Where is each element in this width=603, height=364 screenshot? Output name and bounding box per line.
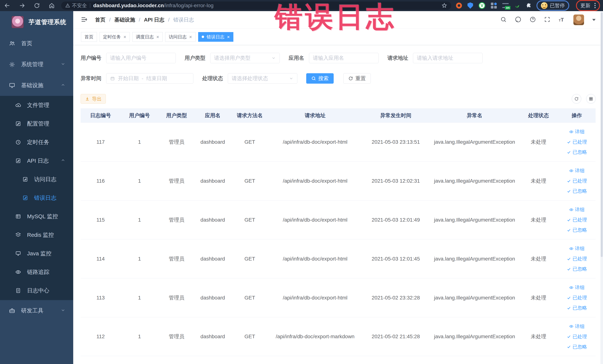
sidebar-item-config[interactable]: 配置管理 — [0, 114, 73, 133]
mark-ignored-link[interactable]: 已忽略 — [567, 344, 587, 350]
process-status-label: 处理状态 — [202, 75, 223, 82]
breadcrumb-infra[interactable]: 基础设施 — [114, 16, 135, 23]
check-icon — [567, 295, 571, 300]
extension-shield-icon[interactable] — [467, 2, 473, 9]
detail-link[interactable]: 详细 — [569, 167, 585, 174]
mark-processed-link[interactable]: 已处理 — [567, 178, 587, 184]
refresh-table-button[interactable] — [572, 94, 581, 104]
user-id-input[interactable] — [106, 53, 176, 63]
process-status-select[interactable]: 请选择处理状态 — [228, 73, 297, 84]
table-row: 117 1 管理员 dashboard GET /api/infra/db-do… — [81, 122, 596, 161]
font-size-icon[interactable]: TT — [558, 16, 565, 23]
mark-ignored-link[interactable]: 已忽略 — [567, 227, 587, 233]
sidebar-item-mysql[interactable]: MySQL 监控 — [0, 207, 73, 226]
tab-schedule-log[interactable]: 调度日志× — [132, 32, 162, 42]
browser-home-icon[interactable] — [48, 2, 55, 9]
mark-ignored-link[interactable]: 已忽略 — [567, 149, 587, 155]
cell-user-type: 管理员 — [159, 255, 195, 262]
extension-on-toggle-icon[interactable]: on — [502, 3, 509, 8]
annotation-red-ellipse — [576, 0, 600, 11]
omnibox-divider — [90, 3, 90, 8]
mark-processed-link[interactable]: 已处理 — [567, 139, 587, 145]
breadcrumb-api-log[interactable]: API 日志 — [144, 16, 164, 23]
sidebar-item-infra[interactable]: 基础设施 — [0, 75, 73, 96]
browser-back-icon[interactable] — [4, 2, 10, 9]
chevron-up-icon — [61, 158, 65, 164]
cell-method: GET — [231, 295, 269, 301]
mark-ignored-link[interactable]: 已忽略 — [567, 188, 587, 194]
detail-link[interactable]: 详细 — [569, 245, 585, 252]
tab-home[interactable]: 首页 — [81, 32, 97, 42]
paused-status-chip[interactable]: 已暂停 — [537, 1, 568, 10]
close-icon[interactable]: × — [123, 35, 126, 39]
sidebar-item-error-log[interactable]: 错误日志 — [0, 188, 73, 207]
breadcrumb-home[interactable]: 首页 — [95, 16, 105, 23]
scrollbar-thumb[interactable] — [601, 12, 603, 257]
detail-link[interactable]: 详细 — [569, 284, 585, 291]
tab-error-log[interactable]: 错误日志× — [198, 32, 233, 42]
detail-link[interactable]: 详细 — [569, 129, 585, 135]
security-label[interactable]: 不安全 — [72, 2, 87, 9]
tab-job[interactable]: 定时任务× — [100, 32, 130, 42]
sidebar-item-java[interactable]: Java 监控 — [0, 244, 73, 263]
cell-method: GET — [231, 178, 269, 184]
mark-processed-link[interactable]: 已处理 — [567, 333, 587, 340]
table-row: 113 1 管理员 dashboard GET /api/infra/db-do… — [81, 278, 596, 317]
help-icon[interactable] — [530, 16, 536, 23]
breadcrumb-separator: / — [109, 17, 111, 23]
sidebar-item-trace[interactable]: 链路追踪 — [0, 263, 73, 281]
user-type-select[interactable]: 请选择用户类型 — [210, 53, 280, 63]
cell-user-id: 1 — [120, 178, 159, 184]
close-icon[interactable]: × — [156, 35, 159, 39]
mark-ignored-link[interactable]: 已忽略 — [567, 266, 587, 272]
mark-ignored-link[interactable]: 已忽略 — [567, 305, 587, 311]
export-button[interactable]: 导出 — [81, 94, 106, 104]
extensions-puzzle-icon[interactable] — [526, 3, 532, 9]
user-menu-caret-icon[interactable] — [592, 19, 596, 21]
reset-button[interactable]: 重置 — [343, 73, 371, 84]
browser-reload-icon[interactable] — [34, 2, 40, 9]
user-avatar[interactable] — [573, 14, 584, 25]
sidebar-item-home[interactable]: 首页 — [0, 33, 73, 54]
detail-link[interactable]: 详细 — [569, 323, 585, 330]
exception-time-range-picker[interactable]: 开始日期 - 结束日期 — [106, 73, 193, 84]
extension-grid-icon[interactable] — [491, 3, 497, 9]
bookmark-star-icon[interactable] — [441, 3, 447, 8]
tab-access-log[interactable]: 访问日志× — [165, 32, 195, 42]
fullscreen-icon[interactable] — [544, 16, 550, 23]
user-type-label: 用户类型 — [185, 55, 205, 61]
check-icon — [567, 218, 571, 222]
sidebar-item-job[interactable]: 定时任务 — [0, 133, 73, 152]
detail-link[interactable]: 详细 — [569, 206, 585, 213]
close-icon[interactable]: × — [227, 35, 230, 39]
mark-processed-link[interactable]: 已处理 — [567, 217, 587, 223]
extension-plant-icon[interactable] — [514, 3, 520, 9]
sidebar-item-system[interactable]: 系统管理 — [0, 54, 73, 75]
github-icon[interactable] — [515, 16, 522, 23]
refresh-icon — [574, 97, 579, 101]
close-icon[interactable]: × — [189, 35, 192, 39]
column-settings-button[interactable] — [586, 94, 596, 104]
sidebar-item-redis[interactable]: Redis 监控 — [0, 226, 73, 244]
sidebar-item-access-log[interactable]: 访问日志 — [0, 170, 73, 188]
mark-processed-link[interactable]: 已处理 — [567, 294, 587, 301]
mark-processed-link[interactable]: 已处理 — [567, 256, 587, 262]
browser-forward-icon[interactable] — [19, 2, 25, 9]
sidebar-item-label: 文件管理 — [27, 101, 49, 109]
search-icon[interactable] — [500, 16, 507, 23]
app-name-input[interactable] — [309, 53, 379, 63]
col-header-exception: 异常名 — [430, 112, 519, 119]
extension-v-icon[interactable]: V — [479, 2, 485, 9]
request-url-input[interactable] — [413, 53, 483, 63]
sidebar-item-api-log[interactable]: API 日志 — [0, 152, 73, 170]
hamburger-icon[interactable] — [81, 16, 88, 24]
search-button[interactable]: 搜索 — [306, 73, 334, 84]
logo[interactable]: 芋道管理系统 — [0, 11, 73, 33]
sidebar-item-devtools[interactable]: 研发工具 — [0, 300, 73, 321]
tab-label: 调度日志 — [136, 34, 154, 40]
extension-orange-icon[interactable] — [456, 3, 462, 9]
browser-update-button[interactable]: 更新 — [577, 1, 599, 10]
sidebar-item-file[interactable]: 文件管理 — [0, 96, 73, 114]
sidebar-item-log-center[interactable]: 日志中心 — [0, 281, 73, 300]
address-bar[interactable]: 不安全 dashboard.yudao.iocoder.cn /infra/lo… — [61, 1, 451, 10]
